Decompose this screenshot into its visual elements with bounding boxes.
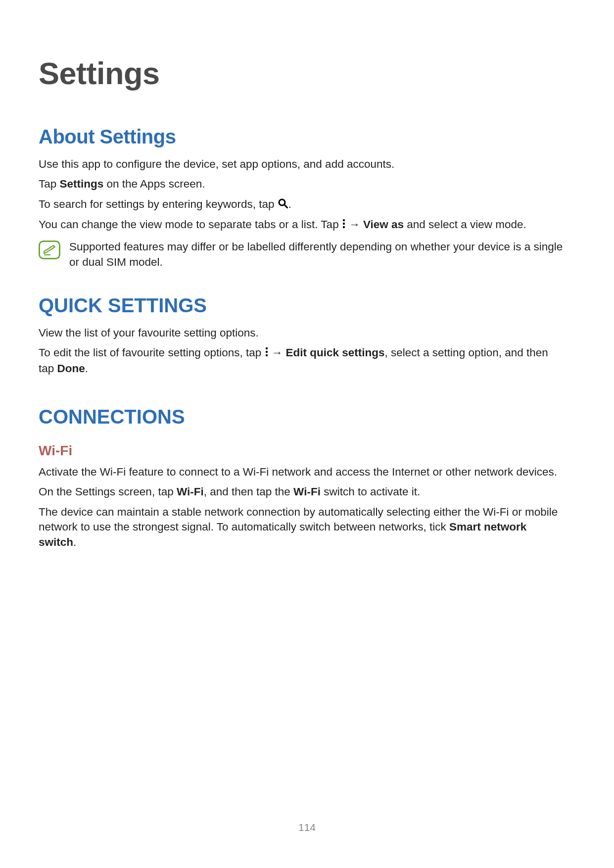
wifi-p2: On the Settings screen, tap Wi-Fi, and t… [39, 484, 565, 499]
settings-bold: Settings [60, 178, 104, 190]
wifi-p1: Activate the Wi-Fi feature to connect to… [39, 465, 565, 480]
wifi-bold-1: Wi-Fi [177, 485, 204, 498]
page-title: Settings [39, 55, 565, 91]
note-text: Supported features may differ or be labe… [69, 240, 565, 270]
more-options-icon [342, 218, 345, 233]
svg-point-3 [343, 223, 345, 225]
text: . [85, 362, 88, 375]
quick-p2: To edit the list of favourite setting op… [39, 345, 565, 376]
wifi-p3: The device can maintain a stable network… [39, 505, 565, 550]
svg-point-9 [265, 354, 267, 356]
svg-point-7 [265, 347, 267, 349]
text: On the Settings screen, tap [39, 485, 177, 498]
text: on the Apps screen. [103, 178, 205, 190]
page-container: Settings About Settings Use this app to … [0, 0, 614, 868]
search-icon [278, 197, 288, 212]
text: . [73, 536, 76, 548]
about-p2: Tap Settings on the Apps screen. [39, 177, 565, 192]
svg-point-4 [343, 226, 345, 228]
about-p3: To search for settings by entering keywo… [39, 197, 565, 212]
about-p1: Use this app to configure the device, se… [39, 157, 565, 172]
svg-line-1 [284, 205, 287, 208]
done-bold: Done [57, 362, 85, 375]
arrow-text: → [269, 346, 286, 359]
text: switch to activate it. [321, 485, 420, 498]
note-icon [39, 241, 60, 259]
page-number: 114 [0, 821, 614, 833]
text: , and then tap the [204, 485, 293, 498]
quick-settings-heading: QUICK SETTINGS [39, 294, 565, 317]
connections-heading: CONNECTIONS [39, 406, 565, 428]
text: . [288, 198, 291, 210]
about-p4: You can change the view mode to separate… [39, 217, 565, 233]
wifi-bold-2: Wi-Fi [293, 485, 321, 498]
text: To edit the list of favourite setting op… [39, 346, 265, 359]
view-as-bold: View as [363, 218, 404, 231]
wifi-heading: Wi-Fi [39, 443, 565, 459]
note-block: Supported features may differ or be labe… [39, 240, 565, 270]
about-settings-heading: About Settings [39, 126, 565, 148]
svg-point-8 [265, 351, 267, 353]
arrow-text: → [346, 218, 363, 231]
more-options-icon [265, 346, 268, 361]
text: To search for settings by entering keywo… [39, 198, 278, 210]
text: and select a view mode. [404, 218, 526, 231]
quick-p1: View the list of your favourite setting … [39, 326, 565, 340]
edit-quick-settings-bold: Edit quick settings [286, 346, 385, 359]
text: You can change the view mode to separate… [39, 218, 342, 231]
text: Tap [39, 178, 60, 190]
svg-point-2 [343, 219, 345, 221]
